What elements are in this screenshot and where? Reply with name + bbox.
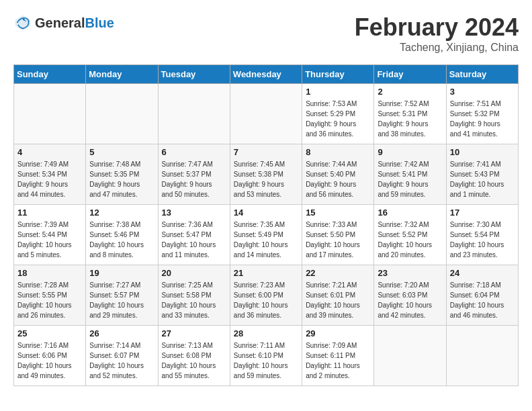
calendar-cell: 22Sunrise: 7:21 AM Sunset: 6:01 PM Dayli… <box>302 265 374 326</box>
day-info: Sunrise: 7:47 AM Sunset: 5:37 PM Dayligh… <box>162 159 226 199</box>
day-info: Sunrise: 7:33 AM Sunset: 5:50 PM Dayligh… <box>306 220 370 260</box>
logo-icon <box>13 13 32 32</box>
day-info: Sunrise: 7:20 AM Sunset: 6:03 PM Dayligh… <box>378 280 442 320</box>
day-number: 19 <box>89 268 154 278</box>
day-info: Sunrise: 7:28 AM Sunset: 5:55 PM Dayligh… <box>17 280 82 320</box>
day-header-saturday: Saturday <box>446 65 518 84</box>
day-info: Sunrise: 7:51 AM Sunset: 5:32 PM Dayligh… <box>450 99 515 139</box>
calendar-cell: 16Sunrise: 7:32 AM Sunset: 5:52 PM Dayli… <box>374 205 446 265</box>
day-number: 29 <box>306 328 370 338</box>
day-number: 21 <box>234 268 298 278</box>
calendar-cell <box>374 326 446 386</box>
day-number: 27 <box>162 328 226 338</box>
day-number: 20 <box>162 268 226 278</box>
calendar-cell: 10Sunrise: 7:41 AM Sunset: 5:43 PM Dayli… <box>446 144 518 205</box>
day-number: 18 <box>17 268 82 278</box>
day-info: Sunrise: 7:16 AM Sunset: 6:06 PM Dayligh… <box>17 340 82 381</box>
day-number: 9 <box>378 147 442 157</box>
calendar-cell: 23Sunrise: 7:20 AM Sunset: 6:03 PM Dayli… <box>374 265 446 326</box>
calendar-cell <box>446 326 518 386</box>
day-info: Sunrise: 7:25 AM Sunset: 5:58 PM Dayligh… <box>162 280 226 320</box>
day-number: 2 <box>378 87 442 97</box>
day-info: Sunrise: 7:23 AM Sunset: 6:00 PM Dayligh… <box>234 280 298 320</box>
day-info: Sunrise: 7:53 AM Sunset: 5:29 PM Dayligh… <box>306 99 370 139</box>
day-number: 5 <box>89 147 154 157</box>
day-info: Sunrise: 7:41 AM Sunset: 5:43 PM Dayligh… <box>450 159 515 199</box>
day-info: Sunrise: 7:18 AM Sunset: 6:04 PM Dayligh… <box>450 280 515 320</box>
calendar-cell: 11Sunrise: 7:39 AM Sunset: 5:44 PM Dayli… <box>14 205 86 265</box>
calendar-cell: 1Sunrise: 7:53 AM Sunset: 5:29 PM Daylig… <box>302 84 374 144</box>
title-block: February 2024 Tacheng, Xinjiang, China <box>355 13 519 54</box>
calendar-cell: 21Sunrise: 7:23 AM Sunset: 6:00 PM Dayli… <box>230 265 302 326</box>
day-number: 25 <box>17 328 82 338</box>
calendar-cell: 29Sunrise: 7:09 AM Sunset: 6:11 PM Dayli… <box>302 326 374 386</box>
day-info: Sunrise: 7:27 AM Sunset: 5:57 PM Dayligh… <box>89 280 154 320</box>
calendar-week-row: 25Sunrise: 7:16 AM Sunset: 6:06 PM Dayli… <box>14 326 519 386</box>
day-header-monday: Monday <box>86 65 158 84</box>
day-number: 8 <box>306 147 370 157</box>
calendar-header-row: SundayMondayTuesdayWednesdayThursdayFrid… <box>14 65 519 84</box>
day-number: 24 <box>450 268 515 278</box>
day-header-sunday: Sunday <box>14 65 86 84</box>
day-info: Sunrise: 7:30 AM Sunset: 5:54 PM Dayligh… <box>450 220 515 260</box>
calendar-cell: 7Sunrise: 7:45 AM Sunset: 5:38 PM Daylig… <box>230 144 302 205</box>
day-info: Sunrise: 7:35 AM Sunset: 5:49 PM Dayligh… <box>234 220 298 260</box>
calendar-cell: 14Sunrise: 7:35 AM Sunset: 5:49 PM Dayli… <box>230 205 302 265</box>
calendar-cell: 5Sunrise: 7:48 AM Sunset: 5:35 PM Daylig… <box>86 144 158 205</box>
day-info: Sunrise: 7:09 AM Sunset: 6:11 PM Dayligh… <box>306 340 370 381</box>
day-number: 10 <box>450 147 515 157</box>
day-number: 26 <box>89 328 154 338</box>
day-header-thursday: Thursday <box>302 65 374 84</box>
day-number: 6 <box>162 147 226 157</box>
calendar-cell: 20Sunrise: 7:25 AM Sunset: 5:58 PM Dayli… <box>158 265 230 326</box>
month-title: February 2024 <box>355 13 519 42</box>
calendar-cell: 3Sunrise: 7:51 AM Sunset: 5:32 PM Daylig… <box>446 84 518 144</box>
day-info: Sunrise: 7:11 AM Sunset: 6:10 PM Dayligh… <box>234 340 298 381</box>
day-info: Sunrise: 7:14 AM Sunset: 6:07 PM Dayligh… <box>89 340 154 381</box>
day-info: Sunrise: 7:45 AM Sunset: 5:38 PM Dayligh… <box>234 159 298 199</box>
page-header: GeneralBlue February 2024 Tacheng, Xinji… <box>13 13 519 54</box>
day-number: 17 <box>450 208 515 218</box>
calendar-cell <box>230 84 302 144</box>
day-info: Sunrise: 7:32 AM Sunset: 5:52 PM Dayligh… <box>378 220 442 260</box>
day-header-tuesday: Tuesday <box>158 65 230 84</box>
day-info: Sunrise: 7:49 AM Sunset: 5:34 PM Dayligh… <box>17 159 82 199</box>
calendar-week-row: 18Sunrise: 7:28 AM Sunset: 5:55 PM Dayli… <box>14 265 519 326</box>
day-number: 14 <box>234 208 298 218</box>
logo-general: General <box>35 15 85 30</box>
day-number: 23 <box>378 268 442 278</box>
calendar-cell: 24Sunrise: 7:18 AM Sunset: 6:04 PM Dayli… <box>446 265 518 326</box>
calendar-cell: 9Sunrise: 7:42 AM Sunset: 5:41 PM Daylig… <box>374 144 446 205</box>
calendar-week-row: 4Sunrise: 7:49 AM Sunset: 5:34 PM Daylig… <box>14 144 519 205</box>
day-info: Sunrise: 7:52 AM Sunset: 5:31 PM Dayligh… <box>378 99 442 139</box>
day-header-wednesday: Wednesday <box>230 65 302 84</box>
day-number: 4 <box>17 147 82 157</box>
day-number: 11 <box>17 208 82 218</box>
calendar-cell: 18Sunrise: 7:28 AM Sunset: 5:55 PM Dayli… <box>14 265 86 326</box>
calendar-cell: 26Sunrise: 7:14 AM Sunset: 6:07 PM Dayli… <box>86 326 158 386</box>
calendar-cell: 25Sunrise: 7:16 AM Sunset: 6:06 PM Dayli… <box>14 326 86 386</box>
logo-blue: Blue <box>85 15 114 30</box>
day-info: Sunrise: 7:21 AM Sunset: 6:01 PM Dayligh… <box>306 280 370 320</box>
calendar-cell: 8Sunrise: 7:44 AM Sunset: 5:40 PM Daylig… <box>302 144 374 205</box>
calendar-cell <box>158 84 230 144</box>
calendar-cell: 27Sunrise: 7:13 AM Sunset: 6:08 PM Dayli… <box>158 326 230 386</box>
day-info: Sunrise: 7:44 AM Sunset: 5:40 PM Dayligh… <box>306 159 370 199</box>
day-number: 7 <box>234 147 298 157</box>
day-info: Sunrise: 7:38 AM Sunset: 5:46 PM Dayligh… <box>89 220 154 260</box>
calendar-week-row: 1Sunrise: 7:53 AM Sunset: 5:29 PM Daylig… <box>14 84 519 144</box>
calendar-cell <box>14 84 86 144</box>
day-info: Sunrise: 7:39 AM Sunset: 5:44 PM Dayligh… <box>17 220 82 260</box>
day-info: Sunrise: 7:48 AM Sunset: 5:35 PM Dayligh… <box>89 159 154 199</box>
calendar-cell: 4Sunrise: 7:49 AM Sunset: 5:34 PM Daylig… <box>14 144 86 205</box>
day-number: 13 <box>162 208 226 218</box>
day-info: Sunrise: 7:36 AM Sunset: 5:47 PM Dayligh… <box>162 220 226 260</box>
day-number: 12 <box>89 208 154 218</box>
calendar-cell: 6Sunrise: 7:47 AM Sunset: 5:37 PM Daylig… <box>158 144 230 205</box>
day-number: 1 <box>306 87 370 97</box>
day-number: 28 <box>234 328 298 338</box>
day-number: 3 <box>450 87 515 97</box>
calendar-cell: 15Sunrise: 7:33 AM Sunset: 5:50 PM Dayli… <box>302 205 374 265</box>
calendar-table: SundayMondayTuesdayWednesdayThursdayFrid… <box>13 64 519 386</box>
day-number: 16 <box>378 208 442 218</box>
